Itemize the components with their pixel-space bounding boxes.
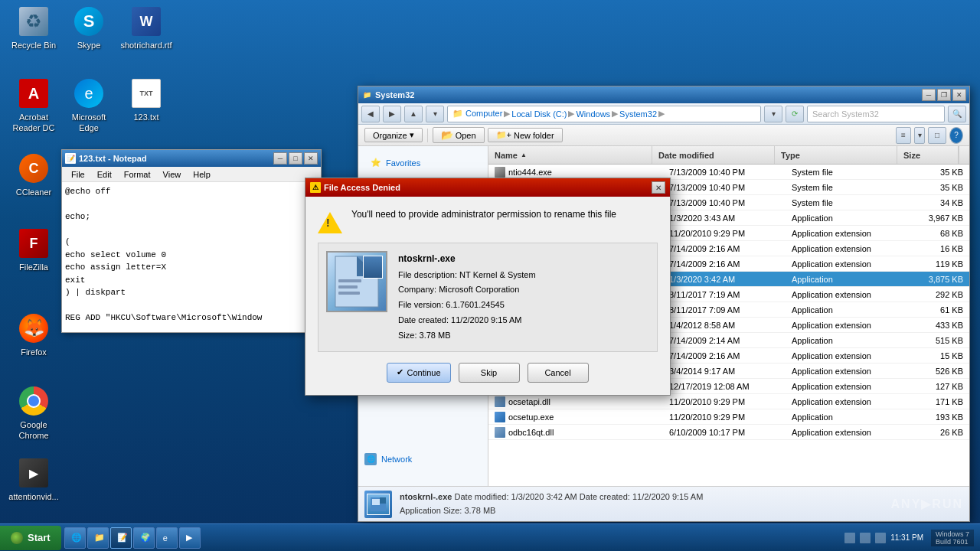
file-modified-label: 1/3/2020 3:42 AM xyxy=(663,274,786,285)
file-row[interactable]: odbc16qt.dll6/10/2009 10:17 PMApplicatio… xyxy=(488,425,969,440)
file-row[interactable]: ocsetapi.dll11/20/2010 9:29 PMApplicatio… xyxy=(488,394,969,409)
file-name-label: ocsetapi.dll xyxy=(508,397,550,406)
svg-marker-5 xyxy=(357,256,378,276)
file-row[interactable]: ocsetup.exe11/20/2010 9:29 PMApplication… xyxy=(488,409,969,425)
breadcrumb-item-computer[interactable]: 📁 Computer xyxy=(452,109,502,119)
notepad-close-btn[interactable]: ✕ xyxy=(304,152,318,165)
desktop-icon-word-doc[interactable]: W shotrichard.rtf xyxy=(119,3,174,54)
explorer-new-folder-btn[interactable]: 📁+ New folder xyxy=(488,128,563,142)
explorer-open-btn[interactable]: 📂 Open xyxy=(433,127,485,143)
taskbar-item-chrome-bar[interactable]: 🌍 xyxy=(133,527,155,549)
desktop-icon-filezilla[interactable]: F FileZilla xyxy=(6,225,61,276)
file-list-header: Name ▲ Date modified Type Size xyxy=(488,146,969,165)
desktop-icon-recycle-bin[interactable]: Recycle Bin xyxy=(6,3,61,54)
taskbar-item-explorer[interactable]: 📁 xyxy=(87,527,109,549)
explorer-forward-btn[interactable]: ▶ xyxy=(383,106,401,122)
media-taskbar-icon: ▶ xyxy=(186,533,192,543)
file-modified-label: 7/14/2009 2:16 AM xyxy=(663,350,786,361)
dialog-cancel-btn[interactable]: Cancel xyxy=(528,363,589,383)
file-size-label: 15 KB xyxy=(908,350,969,361)
file-type-label: System file xyxy=(786,197,908,208)
sidebar-item-favorites[interactable]: ⭐ Favorites xyxy=(364,155,482,170)
desktop-icon-edge[interactable]: e Microsoft Edge xyxy=(61,75,116,137)
notepad-content[interactable]: @echo off echo; ( echo select volume 0 e… xyxy=(62,182,321,332)
explorer-up-btn[interactable]: ▲ xyxy=(404,106,423,122)
desktop-icon-chrome[interactable]: Google Chrome xyxy=(6,383,61,445)
explorer-preview-btn[interactable]: □ xyxy=(928,127,946,144)
dialog-close-btn[interactable]: ✕ xyxy=(652,181,665,194)
col-header-modified[interactable]: Date modified xyxy=(652,146,775,164)
explorer-refresh-btn[interactable]: ⟳ xyxy=(786,106,804,122)
systray-network-icon[interactable] xyxy=(844,533,855,543)
explorer-titlebar[interactable]: 📁 System32 ─ ❐ ✕ xyxy=(358,86,969,103)
sidebar-favorites-section: ⭐ Favorites xyxy=(358,152,488,173)
explorer-recent-btn[interactable]: ▾ xyxy=(426,106,444,122)
file-size-label: 119 KB xyxy=(908,259,969,269)
explorer-view-dropdown-btn[interactable]: ▾ xyxy=(914,127,925,144)
explorer-view-btn[interactable]: ≡ xyxy=(896,127,911,144)
notepad-menu-view[interactable]: View xyxy=(157,168,188,181)
notepad-maximize-btn[interactable]: □ xyxy=(289,152,302,165)
explorer-search-btn[interactable]: 🔍 xyxy=(948,106,966,122)
col-header-name[interactable]: Name ▲ xyxy=(488,146,652,164)
explorer-back-btn[interactable]: ◀ xyxy=(361,106,380,122)
desktop-icon-acrobat[interactable]: A Acrobat Reader DC xyxy=(6,75,61,137)
breadcrumb-item-windows[interactable]: Windows xyxy=(576,109,610,119)
explorer-restore-btn[interactable]: ❐ xyxy=(937,89,951,101)
file-modified-label: 7/13/2009 10:40 PM xyxy=(663,197,786,208)
file-modified-label: 7/14/2009 2:14 AM xyxy=(663,335,786,346)
start-button[interactable]: Start xyxy=(0,526,61,550)
taskbar-item-notepad[interactable]: 📝 xyxy=(110,527,132,549)
explorer-minimize-btn[interactable]: ─ xyxy=(922,89,936,101)
systray-sound-icon[interactable] xyxy=(860,533,871,543)
star-icon: ⭐ xyxy=(371,158,381,168)
desktop-icon-attentionvid[interactable]: ▶ attentionvid... xyxy=(6,455,61,505)
word-doc-label: shotrichard.rtf xyxy=(120,40,172,51)
file-modified-label: 11/20/2010 9:29 PM xyxy=(663,412,786,422)
filezilla-label: FileZilla xyxy=(19,262,48,272)
breadcrumb-item-c[interactable]: Local Disk (C:) xyxy=(511,109,567,119)
txt-file-icon: TXT xyxy=(132,79,161,108)
col-header-size[interactable]: Size xyxy=(897,146,959,164)
explorer-help-btn[interactable]: ? xyxy=(949,127,963,144)
desktop-icon-skype[interactable]: S Skype xyxy=(61,3,116,54)
dialog-buttons: ✔ Continue Skip Cancel xyxy=(318,363,658,383)
notepad-title: 📝 123.txt - Notepad xyxy=(65,153,147,164)
notepad-menu-format[interactable]: Format xyxy=(118,168,157,181)
notepad-menu-edit[interactable]: Edit xyxy=(91,168,118,181)
file-type-label: Application extension xyxy=(786,289,908,300)
taskbar-item-media-bar[interactable]: ▶ xyxy=(179,527,201,549)
desktop-icon-ccleaner[interactable]: C CCleaner xyxy=(6,150,61,201)
explorer-search-box[interactable]: Search System32 xyxy=(807,106,945,122)
file-size-label: 526 KB xyxy=(908,366,969,377)
notepad-minimize-btn[interactable]: ─ xyxy=(273,152,287,165)
col-header-type[interactable]: Type xyxy=(775,146,897,164)
file-size-label: 34 KB xyxy=(908,197,969,208)
dll-file-icon xyxy=(495,427,505,438)
explorer-close-btn[interactable]: ✕ xyxy=(952,89,966,101)
status-file-thumb xyxy=(364,491,392,518)
attention-icon: ▶ xyxy=(19,458,48,487)
systray-power-icon[interactable] xyxy=(875,533,886,543)
file-size-label: 171 KB xyxy=(908,396,969,407)
dialog-titlebar[interactable]: ⚠ File Access Denied ✕ xyxy=(305,178,670,197)
notepad-menu-file[interactable]: File xyxy=(65,168,91,181)
notepad-titlebar[interactable]: 📝 123.txt - Notepad ─ □ ✕ xyxy=(62,150,321,167)
systray-clock[interactable]: 11:31 PM xyxy=(890,533,923,543)
explorer-statusbar: ntoskrnl-.exe Date modified: 1/3/2020 3:… xyxy=(358,486,969,521)
edge-label: Microsoft Edge xyxy=(64,112,113,134)
taskbar-item-ie[interactable]: 🌐 xyxy=(64,527,86,549)
taskbar-item-edge-bar[interactable]: e xyxy=(156,527,178,549)
desktop-icon-firefox[interactable]: 🦊 Firefox xyxy=(6,310,61,360)
breadcrumb[interactable]: 📁 Computer ▶ Local Disk (C:) ▶ Windows ▶… xyxy=(447,106,761,122)
sidebar-item-network[interactable]: 🌐 Network xyxy=(358,448,488,470)
explorer-breadcrumb-expand[interactable]: ▾ xyxy=(764,106,782,122)
notepad-menu-help[interactable]: Help xyxy=(187,168,217,181)
file-type-label: Application xyxy=(786,412,908,422)
desktop-icon-txt[interactable]: TXT 123.txt xyxy=(119,75,174,126)
explorer-organize-btn[interactable]: Organize ▾ xyxy=(364,128,423,142)
ccleaner-icon: C xyxy=(19,154,48,183)
dialog-skip-btn[interactable]: Skip xyxy=(459,363,520,383)
breadcrumb-item-system32[interactable]: System32 xyxy=(619,109,657,119)
dialog-continue-btn[interactable]: ✔ Continue xyxy=(387,363,450,383)
